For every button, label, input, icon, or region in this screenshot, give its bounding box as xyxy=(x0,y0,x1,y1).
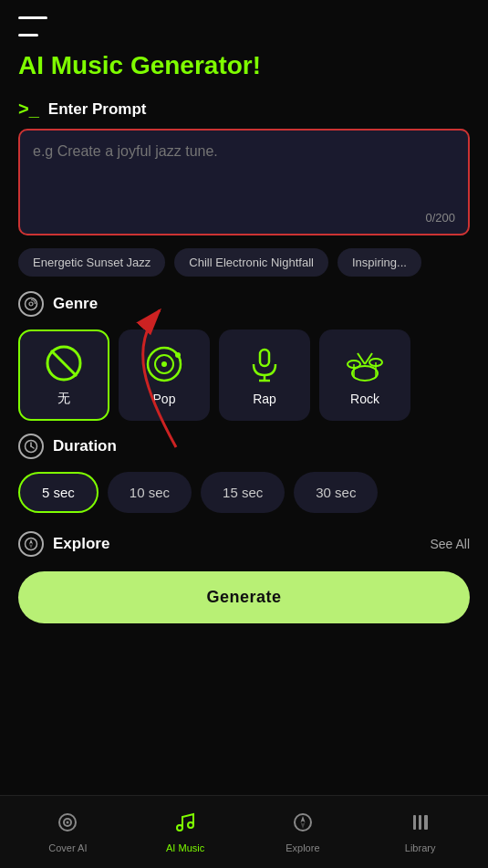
genre-label: Genre xyxy=(53,295,98,313)
nav-library-label: Library xyxy=(405,842,436,853)
chips-container: Energetic Sunset Jazz Chill Electronic N… xyxy=(0,248,488,291)
duration-30sec[interactable]: 30 sec xyxy=(294,472,378,513)
explore-label: Explore xyxy=(53,535,109,553)
svg-marker-23 xyxy=(29,539,33,544)
genre-item-pop[interactable]: Pop xyxy=(119,329,210,421)
explore-compass-icon xyxy=(18,531,44,557)
chip-0[interactable]: Energetic Sunset Jazz xyxy=(18,248,165,277)
svg-point-27 xyxy=(67,821,69,823)
svg-line-3 xyxy=(51,350,77,376)
nav-cover-ai-label: Cover AI xyxy=(48,842,87,853)
chip-2[interactable]: Inspiring... xyxy=(337,248,421,277)
duration-options: 5 sec 10 sec 15 sec 30 sec xyxy=(18,472,470,513)
prompt-area[interactable]: 0/200 xyxy=(18,129,470,235)
nav-ai-music[interactable]: AI Music xyxy=(127,811,244,853)
library-icon xyxy=(410,811,431,839)
title-section: AI Music Generator! xyxy=(0,44,488,95)
svg-marker-31 xyxy=(300,816,305,822)
mic-icon xyxy=(244,344,285,384)
genre-item-pop-label: Pop xyxy=(153,392,176,406)
nav-cover-ai[interactable]: Cover AI xyxy=(9,811,127,853)
explore-section: Explore See All xyxy=(0,528,488,571)
duration-header: Duration xyxy=(18,434,470,459)
nav-explore-label: Explore xyxy=(286,842,319,853)
prompt-label-row: >_ Enter Prompt xyxy=(0,95,488,129)
duration-label: Duration xyxy=(53,437,117,455)
see-all-button[interactable]: See All xyxy=(430,537,470,551)
char-count: 0/200 xyxy=(33,211,455,225)
genre-section: Genre 无 xyxy=(0,291,488,434)
genre-item-rap-label: Rap xyxy=(253,392,276,406)
drum-icon xyxy=(345,344,385,384)
chip-1[interactable]: Chill Electronic Nightfall xyxy=(174,248,328,277)
prompt-input[interactable] xyxy=(33,143,455,207)
nav-library[interactable]: Library xyxy=(361,811,479,853)
svg-point-6 xyxy=(161,361,167,367)
header xyxy=(0,0,488,44)
duration-clock-icon xyxy=(18,434,44,459)
genre-item-rock[interactable]: Rock xyxy=(319,329,410,421)
svg-line-18 xyxy=(365,353,372,364)
prompt-label: Enter Prompt xyxy=(48,100,147,119)
svg-line-8 xyxy=(174,351,178,355)
svg-point-28 xyxy=(177,825,182,831)
cover-ai-icon xyxy=(57,811,78,839)
ai-music-icon xyxy=(174,811,196,839)
vinyl-icon xyxy=(144,344,184,384)
svg-marker-32 xyxy=(300,822,305,829)
menu-button[interactable] xyxy=(18,16,47,37)
genre-item-none[interactable]: 无 xyxy=(18,329,109,421)
nav-ai-music-label: AI Music xyxy=(166,842,204,853)
svg-line-21 xyxy=(31,446,34,448)
generate-section: Generate xyxy=(0,571,488,638)
nav-explore-icon xyxy=(292,811,314,839)
svg-rect-33 xyxy=(413,815,416,830)
genre-item-rock-label: Rock xyxy=(350,392,379,406)
prompt-icon: >_ xyxy=(18,99,39,120)
duration-section: Duration 5 sec 10 sec 15 sec 30 sec xyxy=(0,434,488,528)
genre-header: Genre xyxy=(18,291,470,317)
nav-explore[interactable]: Explore xyxy=(244,811,362,853)
svg-marker-24 xyxy=(29,544,33,549)
genre-item-rap[interactable]: Rap xyxy=(219,329,310,421)
bottom-nav: Cover AI AI Music Explore xyxy=(0,795,488,868)
genre-item-none-label: 无 xyxy=(57,391,70,407)
generate-button[interactable]: Generate xyxy=(18,571,470,623)
duration-15sec[interactable]: 15 sec xyxy=(201,472,285,513)
genre-clock-icon xyxy=(18,291,44,317)
duration-5sec[interactable]: 5 sec xyxy=(18,472,99,513)
svg-rect-9 xyxy=(260,350,269,366)
duration-10sec[interactable]: 10 sec xyxy=(108,472,192,513)
svg-rect-35 xyxy=(424,815,428,830)
explore-header: Explore See All xyxy=(18,531,470,557)
svg-point-29 xyxy=(188,822,193,828)
explore-left: Explore xyxy=(18,531,109,557)
svg-rect-34 xyxy=(419,815,421,830)
no-symbol-icon xyxy=(44,343,84,383)
svg-point-1 xyxy=(29,302,33,306)
app-container: AI Music Generator! >_ Enter Prompt 0/20… xyxy=(0,0,488,868)
genre-grid: 无 Pop xyxy=(18,329,470,421)
app-title: AI Music Generator! xyxy=(18,51,470,80)
